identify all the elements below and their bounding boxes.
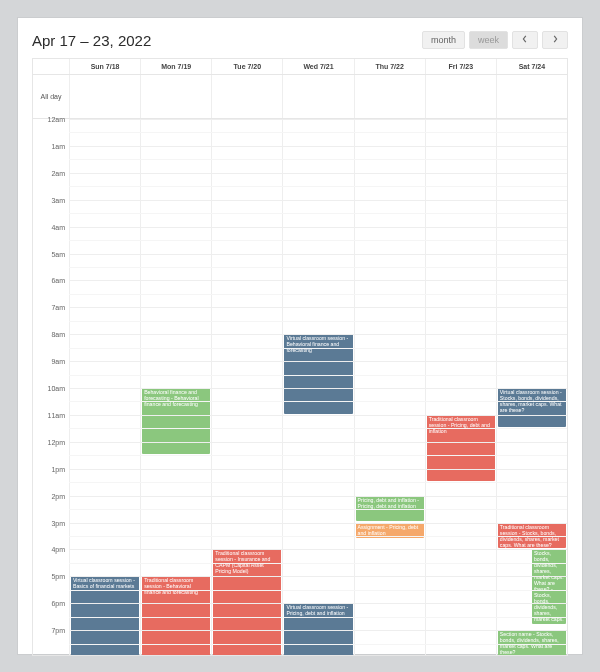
day-header: Wed 7/21 (282, 59, 353, 74)
week-view-button[interactable]: week (469, 31, 508, 49)
hour-label: 7am (51, 304, 65, 311)
hour-label: 6pm (51, 600, 65, 607)
day-columns: Virtual classroom session - Basics of fi… (69, 119, 567, 656)
hour-label: 3am (51, 196, 65, 203)
allday-cell[interactable] (496, 75, 567, 118)
time-grid: 12am1am2am3am4am5am6am7am8am9am10am11am1… (33, 119, 567, 656)
hour-label: 12am (47, 116, 65, 123)
date-range-title: Apr 17 – 23, 2022 (32, 32, 151, 49)
next-button[interactable] (542, 31, 568, 49)
allday-cell[interactable] (140, 75, 211, 118)
allday-cell[interactable] (211, 75, 282, 118)
hour-label: 5am (51, 250, 65, 257)
hour-label: 1am (51, 142, 65, 149)
hour-label: 9am (51, 358, 65, 365)
time-labels-col: 12am1am2am3am4am5am6am7am8am9am10am11am1… (33, 119, 69, 656)
hour-label: 10am (47, 385, 65, 392)
view-controls: month week (422, 31, 568, 49)
day-header: Sat 7/24 (496, 59, 567, 74)
calendar-grid: Sun 7/18 Mon 7/19 Tue 7/20 Wed 7/21 Thu … (32, 58, 568, 656)
day-header: Thu 7/22 (354, 59, 425, 74)
calendar-event[interactable]: Stocks, bonds, dividends, shares, market… (532, 549, 566, 623)
allday-row: All day (33, 75, 567, 119)
calendar-frame: Apr 17 – 23, 2022 month week Sun 7/18 Mo… (18, 18, 582, 654)
allday-cell[interactable] (69, 75, 140, 118)
calendar-event[interactable]: Traditional classroom session - Pricing,… (427, 415, 495, 481)
hour-label: 5pm (51, 573, 65, 580)
calendar-event[interactable]: Behavioral finance and forecasting - Beh… (142, 388, 210, 454)
prev-button[interactable] (512, 31, 538, 49)
day-header: Fri 7/23 (425, 59, 496, 74)
hour-label: 4pm (51, 546, 65, 553)
hour-label: 11am (47, 411, 65, 418)
day-header-row: Sun 7/18 Mon 7/19 Tue 7/20 Wed 7/21 Thu … (33, 59, 567, 75)
hour-label: 7pm (51, 627, 65, 634)
chevron-right-icon (551, 35, 559, 43)
day-header: Tue 7/20 (211, 59, 282, 74)
day-header: Mon 7/19 (140, 59, 211, 74)
hour-label: 8am (51, 331, 65, 338)
allday-cell[interactable] (425, 75, 496, 118)
month-view-button[interactable]: month (422, 31, 465, 49)
hour-label: 1pm (51, 465, 65, 472)
allday-label: All day (33, 75, 69, 118)
chevron-left-icon (521, 35, 529, 43)
calendar-event[interactable]: Virtual classroom session - Stocks, bond… (498, 388, 566, 427)
day-header: Sun 7/18 (69, 59, 140, 74)
calendar-toolbar: Apr 17 – 23, 2022 month week (32, 26, 568, 54)
hour-label: 6am (51, 277, 65, 284)
hour-label: 3pm (51, 519, 65, 526)
allday-cell[interactable] (354, 75, 425, 118)
allday-cell[interactable] (282, 75, 353, 118)
hour-label: 4am (51, 223, 65, 230)
hour-label: 2am (51, 169, 65, 176)
hour-label: 12pm (47, 438, 65, 445)
hour-label: 2pm (51, 492, 65, 499)
